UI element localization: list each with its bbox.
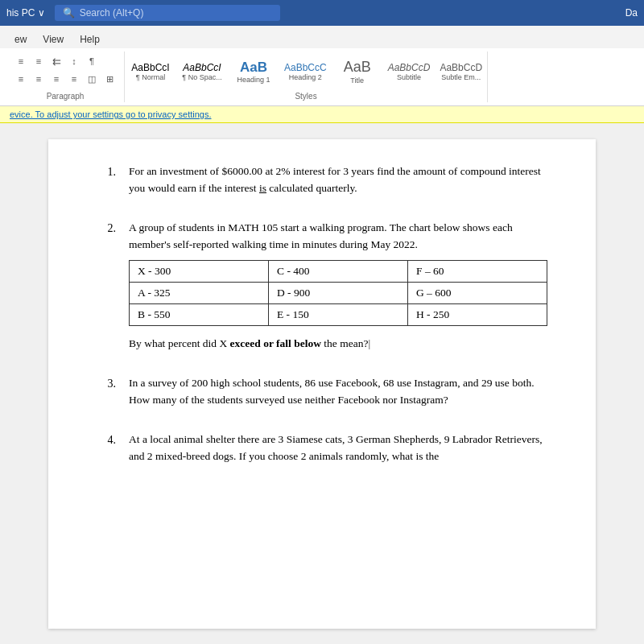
q2-text-end: the mean? — [321, 337, 368, 349]
style-h2-label: Heading 2 — [289, 73, 322, 81]
paragraph-group: ≡ ≡ ⇇ ↕ ¶ ≡ ≡ ≡ ≡ ◫ ⊞ Paragraph — [6, 52, 125, 102]
q3-content: In a survey of 200 high school students,… — [129, 375, 547, 415]
list2-icon[interactable]: ≡ — [31, 53, 47, 69]
align-center-icon[interactable]: ≡ — [31, 71, 47, 87]
style-normal-preview: AaBbCcI — [131, 62, 169, 73]
table-cell: H - 250 — [408, 304, 547, 326]
walking-table: X - 300C - 400F – 60A - 325D - 900G – 60… — [129, 260, 547, 327]
pilcrow-icon[interactable]: ¶ — [84, 53, 100, 69]
style-title-label: Title — [350, 76, 364, 85]
table-cell: C - 400 — [269, 260, 408, 282]
q2-text-bold: exceed or fall below — [230, 337, 321, 349]
table-cell: X - 300 — [130, 260, 269, 282]
search-input[interactable] — [80, 7, 257, 19]
document-page: 1. For an investment of $6000.00 at 2% i… — [48, 139, 596, 629]
style-subtitle-label: Subtitle — [397, 73, 421, 81]
style-h2-preview: AaBbCcC — [284, 62, 327, 73]
q1-number: 1. — [97, 163, 116, 204]
style-nospac-preview: AaBbCcI — [183, 62, 221, 73]
pc-label[interactable]: his PC ∨ — [6, 7, 45, 19]
style-heading1[interactable]: AaB Heading 1 — [233, 60, 275, 84]
style-title-preview: AaB — [344, 59, 371, 76]
shading-icon[interactable]: ◫ — [84, 71, 100, 87]
q1-underline: is — [259, 182, 266, 194]
sort-icon[interactable]: ↕ — [66, 53, 82, 69]
style-normal[interactable]: AaBbCcI ¶ Normal — [130, 62, 171, 81]
q2-text-plain: By what percent did X — [129, 337, 230, 349]
q3-text: In a survey of 200 high school students,… — [129, 375, 547, 409]
style-subtitle-preview: AaBbCcD — [388, 62, 431, 73]
style-heading2[interactable]: AaBbCcC Heading 2 — [284, 62, 327, 81]
tab-view[interactable]: View — [35, 31, 72, 48]
search-icon: 🔍 — [63, 7, 75, 19]
question-2: 2. A group of students in MATH 105 start… — [97, 220, 547, 360]
borders-icon[interactable]: ⊞ — [101, 71, 118, 87]
styles-row: AaBbCcI ¶ Normal AaBbCcI ¶ No Spac... Aa… — [130, 59, 482, 85]
table-cell: F – 60 — [408, 260, 547, 282]
style-title[interactable]: AaB Title — [336, 59, 378, 85]
q2-text-before: A group of students in MATH 105 start a … — [129, 220, 547, 254]
q4-text: At a local animal shelter there are 3 Si… — [129, 431, 547, 465]
style-subtle-preview: AaBbCcD — [440, 62, 482, 73]
style-h1-preview: AaB — [240, 60, 267, 76]
ribbon-tabs: ew View Help — [0, 26, 644, 48]
style-subtle-em[interactable]: AaBbCcD Subtle Em... — [440, 62, 482, 81]
title-bar: his PC ∨ 🔍 Da — [0, 0, 644, 26]
styles-group: AaBbCcI ¶ Normal AaBbCcI ¶ No Spac... Aa… — [125, 52, 488, 102]
tab-ew[interactable]: ew — [6, 31, 35, 48]
table-cell: G – 600 — [408, 282, 547, 303]
style-no-spacing[interactable]: AaBbCcI ¶ No Spac... — [181, 62, 223, 81]
q1-text: For an investment of $6000.00 at 2% inte… — [129, 163, 547, 197]
table-cell: D - 900 — [269, 282, 408, 303]
ribbon-content: ≡ ≡ ⇇ ↕ ¶ ≡ ≡ ≡ ≡ ◫ ⊞ Paragraph AaBbCcI — [0, 48, 644, 106]
list-icon[interactable]: ≡ — [13, 53, 29, 69]
align-right-icon[interactable]: ≡ — [48, 71, 64, 87]
question-3: 3. In a survey of 200 high school studen… — [97, 375, 547, 415]
paragraph-controls-row1: ≡ ≡ ⇇ ↕ ¶ — [13, 53, 118, 69]
q4-content: At a local animal shelter there are 3 Si… — [129, 431, 547, 472]
q4-number: 4. — [97, 431, 116, 472]
style-h1-label: Heading 1 — [237, 76, 270, 84]
paragraph-label: Paragraph — [47, 92, 85, 101]
q2-content: A group of students in MATH 105 start a … — [129, 220, 547, 360]
q3-number: 3. — [97, 375, 116, 415]
table-cell: E - 150 — [269, 304, 408, 326]
tab-help[interactable]: Help — [72, 31, 108, 48]
q1-content: For an investment of $6000.00 at 2% inte… — [129, 163, 547, 204]
question-4: 4. At a local animal shelter there are 3… — [97, 431, 547, 472]
align-left-icon[interactable]: ≡ — [13, 71, 29, 87]
search-box[interactable]: 🔍 — [55, 5, 280, 21]
notification-bar: evice. To adjust your settings go to pri… — [0, 106, 644, 123]
style-normal-label: ¶ Normal — [136, 73, 165, 81]
notification-text: evice. To adjust your settings go to pri… — [10, 109, 211, 119]
notification-link[interactable]: evice. To adjust your settings go to pri… — [10, 109, 211, 119]
table-cell: B - 550 — [130, 304, 269, 326]
table-cell: A - 325 — [130, 282, 269, 303]
style-nospac-label: ¶ No Spac... — [182, 73, 221, 81]
q2-number: 2. — [97, 220, 116, 360]
list3-icon[interactable]: ≡ — [66, 71, 82, 87]
document-area: 1. For an investment of $6000.00 at 2% i… — [0, 123, 644, 644]
style-subtitle[interactable]: AaBbCcD Subtitle — [388, 62, 431, 81]
indent-icon[interactable]: ⇇ — [48, 53, 64, 69]
cursor — [368, 337, 370, 349]
styles-label: Styles — [130, 92, 482, 101]
question-1: 1. For an investment of $6000.00 at 2% i… — [97, 163, 547, 204]
right-label: Da — [625, 7, 638, 19]
style-subtle-label: Subtle Em... — [441, 73, 481, 81]
paragraph-controls-row2: ≡ ≡ ≡ ≡ ◫ ⊞ — [13, 71, 118, 87]
q2-text-after: By what percent did X exceed or fall bel… — [129, 336, 547, 353]
